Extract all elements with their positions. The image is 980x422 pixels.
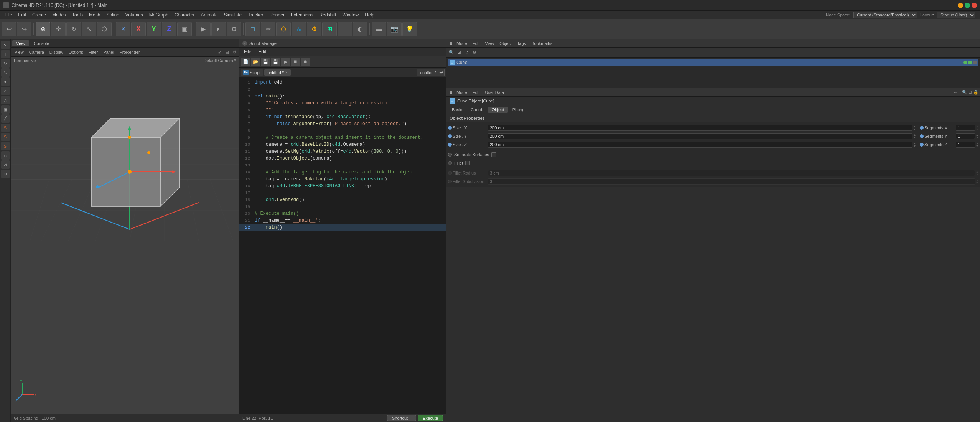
viewport-canvas[interactable]: Perspective Default Camera.* [11, 57, 239, 414]
script-open[interactable]: 📂 [251, 58, 260, 66]
vp-menu-panel[interactable]: Panel [101, 49, 116, 55]
attr-size-y-spinner[interactable]: ▲▼ [913, 134, 916, 139]
transform-tool[interactable]: ⬡ [97, 22, 112, 36]
cube-vis-editor[interactable] [963, 61, 967, 64]
attr-fillet-radius-spinner[interactable]: ▲▼ [976, 170, 978, 176]
sidebar-s7[interactable]: S [1, 133, 10, 141]
select-btn[interactable]: ◐ [353, 22, 367, 36]
attr-seg-y-spinner[interactable]: ▲▼ [976, 134, 978, 139]
sidebar-s2[interactable]: ○ [1, 87, 10, 95]
attr-seg-z-spinner[interactable]: ▲▼ [976, 142, 978, 147]
attr-fillet-subdiv-field[interactable]: 3 [488, 178, 975, 185]
obj-mode-btn[interactable]: Mode [454, 41, 469, 46]
sidebar-s8[interactable]: S [1, 142, 10, 150]
obj-search-icon[interactable]: 🔍 [448, 49, 455, 56]
menu-window[interactable]: Window [339, 12, 362, 18]
script-file-tab[interactable]: untitled * × [264, 69, 291, 76]
light-btn[interactable]: 💡 [402, 22, 417, 36]
cube-btn[interactable]: □ [245, 22, 260, 36]
vp-menu-view[interactable]: View [12, 49, 26, 55]
vp-menu-options[interactable]: Options [66, 49, 86, 55]
menu-edit[interactable]: Edit [15, 12, 29, 18]
vp-menu-camera[interactable]: Camera [27, 49, 46, 55]
attr-seg-z-radio[interactable] [920, 143, 924, 147]
attr-separate-radio[interactable] [448, 153, 452, 157]
attr-separate-checkbox[interactable] [491, 152, 496, 157]
redo-button[interactable]: ↪ [17, 22, 31, 36]
attr-size-x-radio[interactable] [448, 126, 452, 130]
menu-modes[interactable]: Modes [49, 12, 69, 18]
vp-expand-icon[interactable]: ⤢ [217, 49, 223, 55]
attr-seg-y-radio[interactable] [920, 134, 924, 138]
render-all[interactable]: ⏵ [211, 22, 226, 36]
script-menu-file[interactable]: File [241, 48, 254, 55]
sidebar-move[interactable]: ✛ [1, 50, 10, 58]
vp-layout-icon[interactable]: ⊞ [224, 49, 230, 55]
sidebar-pointer[interactable]: ↖ [1, 41, 10, 49]
attr-fillet-checkbox[interactable] [465, 161, 470, 165]
tab-view[interactable]: View [12, 40, 29, 46]
minimize-button[interactable] [958, 3, 963, 8]
attr-size-x-spinner[interactable]: ▲▼ [913, 125, 916, 130]
tab-console[interactable]: Console [30, 40, 53, 46]
mode-z[interactable]: Z [162, 22, 176, 36]
vp-menu-prorender[interactable]: ProRender [117, 49, 142, 55]
rotate-tool[interactable]: ↻ [66, 22, 81, 36]
obj-settings-icon[interactable]: ⚙ [471, 49, 478, 56]
select-tool[interactable]: ⊕ [36, 22, 50, 36]
obj-filter-icon[interactable]: ⊿ [456, 49, 463, 56]
render-settings[interactable]: ⚙ [227, 22, 241, 36]
close-button[interactable] [972, 3, 977, 8]
menu-create[interactable]: Create [29, 12, 49, 18]
obj-view-btn[interactable]: View [483, 41, 497, 46]
menu-mesh[interactable]: Mesh [86, 12, 103, 18]
obj-refresh-icon[interactable]: ↺ [463, 49, 470, 56]
sidebar-s6[interactable]: S [1, 124, 10, 132]
attr-seg-y-field[interactable]: 1 [956, 133, 975, 139]
mograph-btn[interactable]: ⊞ [322, 22, 337, 36]
obj-mgr-menu-icon[interactable]: ≡ [448, 41, 453, 46]
attr-tab-phong[interactable]: Phong [509, 107, 529, 113]
menu-help[interactable]: Help [362, 12, 377, 18]
execute-button[interactable]: Execute [418, 415, 443, 421]
sidebar-s5[interactable]: ╱ [1, 114, 10, 123]
menu-extensions[interactable]: Extensions [288, 12, 316, 18]
script-play[interactable]: ▶ [281, 58, 290, 66]
obj-edit-btn[interactable]: Edit [470, 41, 482, 46]
new-object[interactable]: ✕ [116, 22, 130, 36]
sidebar-s10[interactable]: ⊿ [1, 160, 10, 169]
move-tool[interactable]: ✛ [51, 22, 66, 36]
vp-refresh-icon[interactable]: ↺ [231, 49, 237, 55]
attr-search-icon[interactable]: 🔍 [962, 90, 967, 95]
menu-simulate[interactable]: Simulate [221, 12, 245, 18]
attr-fillet-radius-radio[interactable] [448, 171, 452, 175]
attr-mode-btn[interactable]: Mode [454, 90, 469, 95]
script-record[interactable]: ⏺ [301, 58, 310, 66]
attr-seg-x-spinner[interactable]: ▲▼ [976, 125, 978, 130]
attr-seg-x-field[interactable]: 1 [956, 125, 975, 131]
attr-edit-btn[interactable]: Edit [470, 90, 482, 95]
deform-btn[interactable]: ≋ [292, 22, 306, 36]
menu-volumes[interactable]: Volumes [122, 12, 146, 18]
attr-seg-z-field[interactable]: 1 [956, 142, 975, 148]
attr-up-icon[interactable]: ↑ [959, 90, 961, 95]
object-list[interactable]: □ Cube [446, 58, 980, 88]
sidebar-scale[interactable]: ⤡ [1, 68, 10, 77]
node-space-select[interactable]: Current (Standard/Physical) [853, 12, 917, 18]
render-view[interactable]: ▶ [196, 22, 211, 36]
script-new[interactable]: 📄 [241, 58, 250, 66]
sidebar-s4[interactable]: ▣ [1, 105, 10, 114]
sidebar-s1[interactable]: ● [1, 77, 10, 86]
nurbs-btn[interactable]: ⬡ [276, 22, 291, 36]
attr-tab-basic[interactable]: Basic [448, 107, 466, 113]
menu-character[interactable]: Character [171, 12, 198, 18]
cube-vis-3[interactable] [973, 61, 977, 64]
attr-size-x-field[interactable]: 200 cm [488, 125, 912, 131]
layout-select[interactable]: Startup (User) [937, 12, 975, 18]
attr-tab-coord[interactable]: Coord. [467, 107, 487, 113]
attr-lock-icon[interactable]: 🔒 [973, 90, 978, 95]
obj-bookmarks-btn[interactable]: Bookmarks [529, 41, 555, 46]
attr-fillet-subdiv-spinner[interactable]: ▲▼ [976, 179, 978, 184]
attr-fillet-radius-field[interactable]: 3 cm [488, 170, 975, 176]
obj-object-btn[interactable]: Object [497, 41, 514, 46]
